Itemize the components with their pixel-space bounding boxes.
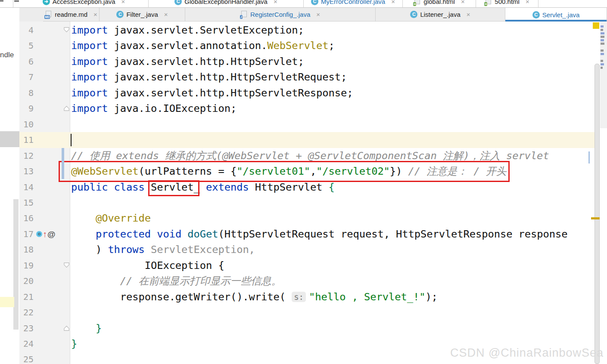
close-icon[interactable]: × [93,11,97,18]
line-number: 5 [19,38,34,53]
code-line-4[interactable]: 4import javax.servlet.ServletException; [0,22,601,38]
line-number: 4 [19,22,34,38]
close-icon[interactable]: × [316,11,320,18]
minimap-bar [601,49,604,52]
tab-label: readme.md [55,11,87,18]
line-number: 22 [19,305,34,320]
code-line-20[interactable]: 20 // 在前端显示打印显示一些信息。 [0,273,601,289]
tab-accessexception-java[interactable]: ➜AccessException.java× [19,0,149,7]
code-line-16[interactable]: 16 @Override [0,210,601,226]
minimap[interactable] [600,22,607,128]
code-text: import javax.servlet.http.HttpServletReq… [71,69,347,85]
minimap-bar [601,60,603,62]
code-line-17[interactable]: 17↑@ protected void doGet(HttpServletReq… [0,226,601,242]
editor-tab-row-1: ➜AccessException.java×CGlobalExceptionHa… [0,0,607,8]
code-line-23[interactable]: 23 } [0,321,601,336]
close-icon[interactable]: × [164,11,168,18]
code-text: } [71,321,102,336]
tab-filter-java[interactable]: CFilter_.java× [100,8,185,22]
background-scrollbar-fragment [13,199,19,330]
class-icon: C [532,11,540,19]
code-lines: 4import javax.servlet.ServletException;5… [0,22,607,364]
minimap-bar [601,43,604,45]
code-line-5[interactable]: 5import javax.servlet.annotation.WebServ… [0,38,601,53]
tab-globalexceptionhandler-java[interactable]: CGlobalExceptionHandler.java× [149,0,304,7]
tab-servlet-java[interactable]: CServlet_.java [505,8,607,22]
tab-readme-md[interactable]: MDreadme.md× [43,8,100,22]
parameter-hint: s: [292,292,306,302]
background-window-fragment [0,0,3,2]
tab-label: Listener_.java [420,11,460,18]
code-line-8[interactable]: 8import javax.servlet.http.HttpServletRe… [0,85,601,101]
text-caret [71,134,72,146]
fold-marker-down-icon[interactable] [63,262,70,268]
fold-marker-up-icon[interactable] [63,325,70,331]
vertical-scrollbar[interactable] [595,64,600,364]
code-line-10[interactable]: 10 [0,117,601,132]
close-icon[interactable]: × [461,0,465,5]
line-number: 9 [19,101,34,116]
line-number: 14 [19,179,34,195]
gutter-icons[interactable]: ↑@ [36,226,56,242]
line-number: 16 [19,210,34,226]
override-method-icon[interactable] [36,231,42,237]
close-icon[interactable]: × [391,0,395,5]
code-line-6[interactable]: 6import javax.servlet.http.HttpServlet; [0,54,601,69]
code-line-21[interactable]: 21 response.getWriter().write( s:"hello … [0,289,601,305]
code-text: import javax.servlet.annotation.WebServl… [71,38,335,53]
minimap-bar [601,63,604,65]
overrides-up-arrow-icon: ↑ [43,230,47,238]
code-text: import javax.servlet.ServletException; [71,22,304,38]
code-line-11[interactable]: 11 [0,132,601,148]
inspection-warning-square [593,22,599,29]
code-line-15[interactable]: 15 [0,195,601,210]
minimap-bar [601,53,604,55]
html-file-icon: H [414,0,421,5]
tab-listener-java[interactable]: CListener_.java× [376,8,505,22]
tab-label: MyErrorController.java [321,0,385,5]
line-number: 10 [19,117,34,132]
tab-myerrorcontroller-java[interactable]: CMyErrorController.java× [304,0,403,7]
line-number: 20 [19,273,34,289]
close-icon[interactable]: × [121,0,125,5]
tab-label: Servlet_.java [542,11,580,19]
line-number: 8 [19,85,34,101]
tab-500-html[interactable]: H500.html× [476,0,539,7]
tab-list-row-1: ➜AccessException.java×CGlobalExceptionHa… [19,0,539,7]
close-icon[interactable]: × [467,11,470,18]
tab-registerconfig-java[interactable]: JRegisterConfig_.java× [185,8,376,22]
scrollbar-change-mark [588,151,590,163]
line-number: 21 [19,289,34,305]
html-file-icon: H [485,0,492,5]
tab-global-html[interactable]: Hglobal.html× [403,0,476,7]
code-line-9[interactable]: 9import java.io.IOException; [0,101,601,116]
code-text: protected void doGet(HttpServletRequest … [71,226,567,242]
line-number: 11 [19,132,34,148]
tab-label: RegisterConfig_.java [250,11,310,18]
close-icon[interactable]: × [526,0,529,5]
fold-marker-down-icon[interactable] [63,27,70,33]
fold-marker-up-icon[interactable] [63,105,70,111]
line-number: 17 [19,226,34,242]
class-icon: C [311,0,318,5]
minimap-bar [601,67,603,69]
code-line-18[interactable]: 18 ) throws ServletException, [0,242,601,257]
line-number: 23 [19,321,34,336]
tab-label: 500.html [495,0,520,5]
line-number: 13 [19,163,34,179]
class-icon: C [116,11,124,18]
tab-label: global.html [423,0,455,5]
tab-list-row-2: MDreadme.md×CFilter_.java×JRegisterConfi… [43,8,607,22]
code-line-19[interactable]: 19 IOException { [0,258,601,273]
tab-label: AccessException.java [53,0,115,5]
line-number: 6 [19,54,34,69]
minimap-bar [601,29,603,31]
line-number: 19 [19,258,34,273]
code-line-22[interactable]: 22 [0,305,601,320]
close-icon[interactable]: × [274,0,277,5]
background-highlight-fragment [0,297,14,307]
code-line-7[interactable]: 7import javax.servlet.http.HttpServletRe… [0,69,601,85]
code-editor[interactable]: 4import javax.servlet.ServletException;5… [0,22,607,364]
code-text: response.getWriter().write( s:"hello , S… [71,289,438,305]
line-number: 25 [19,352,34,364]
